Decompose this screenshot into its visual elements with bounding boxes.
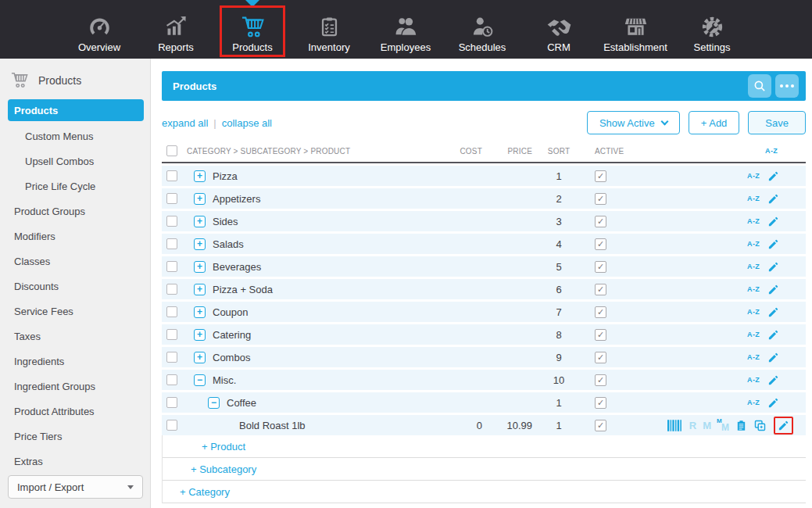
sidebar-item-custom-menus[interactable]: Custom Menus: [0, 123, 150, 148]
edit-pencil-icon[interactable]: [767, 352, 779, 363]
sidebar-item-price-life-cycle[interactable]: Price Life Cycle: [0, 174, 150, 199]
az-sort-button[interactable]: A-Z: [747, 376, 760, 384]
row-checkbox[interactable]: [166, 420, 177, 431]
more-options-button[interactable]: [775, 74, 799, 98]
expand-plus-icon[interactable]: +: [194, 306, 206, 318]
expand-plus-icon[interactable]: +: [194, 329, 206, 341]
save-button[interactable]: Save: [748, 111, 806, 134]
sidebar-item-extras[interactable]: Extras: [0, 449, 150, 474]
edit-pencil-icon[interactable]: [767, 216, 779, 227]
expand-plus-icon[interactable]: +: [194, 261, 206, 273]
edit-pencil-icon[interactable]: [767, 261, 779, 273]
sidebar-item-products[interactable]: Products: [8, 99, 144, 121]
az-sort-button[interactable]: A-Z: [747, 172, 760, 180]
az-sort-button[interactable]: A-Z: [747, 331, 760, 338]
collapse-minus-icon[interactable]: −: [208, 397, 220, 409]
double-m-icon[interactable]: MM: [717, 419, 729, 432]
active-checkbox[interactable]: ✓: [595, 216, 606, 227]
active-checkbox[interactable]: ✓: [595, 306, 606, 318]
show-active-dropdown[interactable]: Show Active: [587, 111, 680, 134]
sidebar-item-product-attributes[interactable]: Product Attributes: [0, 399, 150, 424]
sidebar-item-classes[interactable]: Classes: [0, 249, 150, 274]
clipboard-icon[interactable]: [735, 419, 747, 432]
expand-plus-icon[interactable]: +: [194, 216, 206, 227]
edit-pencil-icon[interactable]: [767, 170, 779, 182]
nav-item-establishment[interactable]: Establishment: [597, 0, 674, 59]
sidebar-item-ingredients[interactable]: Ingredients: [0, 349, 150, 374]
sidebar-item-upsell-combos[interactable]: Upsell Combos: [0, 148, 150, 174]
sidebar-item-modifiers[interactable]: Modifiers: [0, 224, 150, 249]
import-export-dropdown[interactable]: Import / Export: [8, 475, 143, 499]
active-checkbox[interactable]: ✓: [595, 329, 606, 341]
active-checkbox[interactable]: ✓: [595, 261, 606, 273]
sidebar-item-ingredient-groups[interactable]: Ingredient Groups: [0, 374, 150, 399]
active-checkbox[interactable]: ✓: [595, 374, 606, 386]
expand-plus-icon[interactable]: +: [194, 193, 206, 205]
row-checkbox[interactable]: [166, 193, 177, 204]
add-subcategory-link[interactable]: + Subcategory: [163, 458, 806, 481]
edit-pencil-icon[interactable]: [767, 329, 779, 341]
nav-item-employees[interactable]: Employees: [367, 0, 444, 59]
sidebar-item-product-groups[interactable]: Product Groups: [0, 199, 150, 224]
select-all-checkbox[interactable]: [166, 145, 177, 156]
row-checkbox[interactable]: [166, 284, 177, 295]
row-checkbox[interactable]: [166, 216, 177, 227]
edit-pencil-icon[interactable]: [767, 238, 779, 250]
nav-item-inventory[interactable]: Inventory: [291, 0, 367, 59]
add-category-link[interactable]: + Category: [163, 481, 806, 503]
row-checkbox[interactable]: [166, 238, 177, 249]
active-checkbox[interactable]: ✓: [595, 238, 606, 250]
expand-plus-icon[interactable]: +: [194, 238, 206, 250]
sidebar-item-taxes[interactable]: Taxes: [0, 324, 150, 349]
collapse-all-link[interactable]: collapse all: [222, 117, 272, 129]
sidebar-item-discounts[interactable]: Discounts: [0, 274, 150, 299]
edit-pencil-icon[interactable]: [778, 420, 789, 431]
az-sort-button[interactable]: A-Z: [747, 217, 760, 225]
row-checkbox[interactable]: [166, 374, 177, 385]
letter-m-icon[interactable]: M: [703, 420, 711, 431]
expand-plus-icon[interactable]: +: [194, 170, 206, 182]
add-button[interactable]: + Add: [689, 111, 740, 134]
sidebar-item-service-fees[interactable]: Service Fees: [0, 299, 150, 324]
expand-plus-icon[interactable]: +: [194, 284, 206, 295]
edit-pencil-icon[interactable]: [767, 284, 779, 295]
nav-item-crm[interactable]: CRM: [520, 0, 597, 59]
row-checkbox[interactable]: [166, 170, 177, 181]
az-sort-button[interactable]: A-Z: [747, 195, 760, 202]
row-checkbox[interactable]: [166, 261, 177, 272]
expand-plus-icon[interactable]: +: [194, 352, 206, 363]
edit-pencil-icon[interactable]: [767, 397, 779, 409]
nav-item-settings[interactable]: Settings: [674, 0, 750, 59]
search-button[interactable]: [748, 74, 771, 98]
duplicate-icon[interactable]: [753, 419, 767, 432]
active-checkbox[interactable]: ✓: [595, 193, 606, 205]
active-checkbox[interactable]: ✓: [595, 397, 606, 409]
sidebar-item-price-tiers[interactable]: Price Tiers: [0, 424, 150, 449]
nav-item-schedules[interactable]: Schedules: [444, 0, 520, 59]
row-checkbox[interactable]: [166, 397, 177, 408]
nav-item-reports[interactable]: Reports: [138, 0, 214, 59]
az-sort-button[interactable]: A-Z: [747, 285, 760, 293]
add-product-link[interactable]: + Product: [163, 435, 806, 458]
row-checkbox[interactable]: [166, 352, 177, 363]
edit-pencil-icon[interactable]: [767, 306, 779, 318]
az-sort-button[interactable]: A-Z: [747, 263, 760, 270]
az-sort-button[interactable]: A-Z: [747, 308, 760, 316]
row-checkbox[interactable]: [166, 329, 177, 340]
active-checkbox[interactable]: ✓: [595, 352, 606, 363]
nav-item-overview[interactable]: Overview: [61, 0, 138, 59]
az-sort-button[interactable]: A-Z: [747, 353, 760, 361]
active-checkbox[interactable]: ✓: [595, 284, 606, 295]
nav-item-products[interactable]: Products: [214, 0, 291, 59]
row-checkbox[interactable]: [166, 306, 177, 317]
collapse-minus-icon[interactable]: −: [194, 374, 206, 386]
edit-pencil-icon[interactable]: [767, 193, 779, 205]
expand-all-link[interactable]: expand all: [162, 117, 208, 129]
barcode-icon[interactable]: [667, 420, 683, 431]
az-sort-button[interactable]: A-Z: [747, 399, 760, 406]
active-checkbox[interactable]: ✓: [595, 420, 606, 431]
az-sort-button[interactable]: A-Z: [747, 240, 760, 248]
active-checkbox[interactable]: ✓: [595, 170, 606, 182]
edit-pencil-icon[interactable]: [767, 374, 779, 386]
letter-r-icon[interactable]: R: [689, 420, 696, 431]
